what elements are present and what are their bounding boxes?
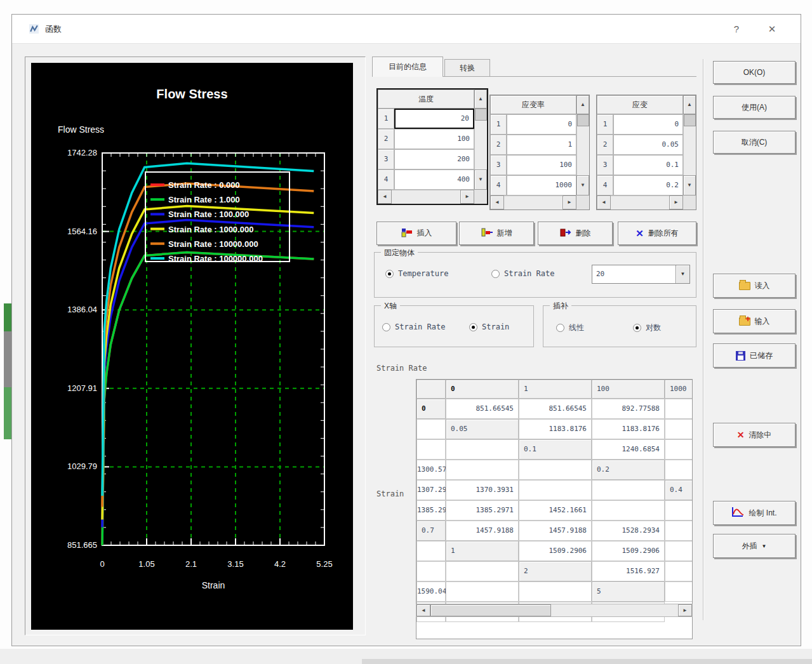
flow-stress-matrix[interactable]: 0110010000851.66545851.66545892.775880.0… xyxy=(416,379,693,639)
matrix-cell[interactable]: 1307.2996 xyxy=(665,460,693,480)
matrix-cell[interactable]: 1240.9611 xyxy=(665,419,693,439)
extrapolate-button[interactable]: 外插 ▼ xyxy=(713,534,795,558)
cell-value[interactable]: 0.05 xyxy=(613,135,683,155)
load-button[interactable]: 读入 xyxy=(713,274,795,298)
matrix-cell[interactable] xyxy=(416,561,446,581)
scroll-left-icon[interactable]: ◄ xyxy=(416,604,430,616)
matrix-cell[interactable] xyxy=(665,500,693,521)
scroll-track[interactable] xyxy=(392,190,460,204)
scroll-left-icon[interactable]: ◄ xyxy=(378,190,392,204)
scroll-down-icon[interactable]: ▼ xyxy=(683,175,696,196)
matrix-cell[interactable] xyxy=(446,460,519,480)
radio-linear-circle[interactable] xyxy=(556,324,564,332)
fixed-value-dropdown[interactable]: 20 ▼ xyxy=(592,265,690,284)
scroll-track[interactable] xyxy=(576,155,589,175)
cell-value[interactable]: 400 xyxy=(394,169,474,190)
radio-xaxis-strain-circle[interactable] xyxy=(469,323,477,331)
scroll-up-icon[interactable]: ▲ xyxy=(683,95,696,114)
matrix-cell[interactable] xyxy=(519,460,592,480)
radio-xaxis-strain-rate[interactable]: Strain Rate xyxy=(382,322,445,331)
radio-temperature-circle[interactable] xyxy=(385,270,394,278)
radio-log[interactable]: 对数 xyxy=(633,322,661,333)
matrix-col-header[interactable]: 1 xyxy=(519,380,592,399)
close-button[interactable]: ✕ xyxy=(762,20,782,39)
matrix-hscrollbar[interactable]: ◄ ► xyxy=(416,604,693,617)
matrix-cell[interactable] xyxy=(416,419,446,439)
matrix-cell[interactable]: 1501.6588 xyxy=(665,581,693,602)
matrix-cell[interactable]: 1300.5739 xyxy=(416,460,446,480)
radio-linear[interactable]: 线性 xyxy=(556,322,584,333)
scroll-down-icon[interactable]: ▼ xyxy=(474,169,487,190)
matrix-cell[interactable]: 1509.2906 xyxy=(592,541,665,561)
matrix-col-header[interactable]: 100 xyxy=(592,380,665,399)
matrix-cell[interactable] xyxy=(592,500,665,521)
radio-strain-rate-circle[interactable] xyxy=(491,270,500,278)
matrix-cell[interactable] xyxy=(592,480,665,500)
scroll-right-icon[interactable]: ► xyxy=(562,196,576,209)
apply-button[interactable]: 使用(A) xyxy=(713,96,795,119)
matrix-cell[interactable] xyxy=(416,541,446,561)
matrix-cell[interactable]: 1452.1661 xyxy=(519,500,592,521)
titlebar[interactable]: 函数 ? ✕ xyxy=(12,15,801,44)
matrix-cell[interactable]: 1240.6854 xyxy=(592,439,665,460)
cell-value[interactable]: 100 xyxy=(394,129,474,149)
matrix-row-header[interactable]: 0 xyxy=(416,399,446,419)
scroll-down-icon[interactable]: ▼ xyxy=(576,175,589,196)
cell-value[interactable]: 0 xyxy=(507,114,576,135)
matrix-col-header[interactable]: 0 xyxy=(446,380,519,399)
scroll-track[interactable] xyxy=(611,196,669,209)
scroll-left-icon[interactable]: ◄ xyxy=(490,196,504,209)
matrix-cell[interactable] xyxy=(519,581,592,602)
temperature-table[interactable]: 温度▲120210032004400▼◄► xyxy=(376,88,488,205)
tab-convert[interactable]: 转换 xyxy=(444,59,490,77)
cell-value[interactable]: 0 xyxy=(613,114,683,135)
scroll-thumb[interactable] xyxy=(430,604,551,616)
saved-button[interactable]: 已储存 xyxy=(713,343,795,368)
delete-all-button[interactable]: ✕ 删除所有 xyxy=(618,222,696,245)
matrix-cell[interactable]: 1590.0451 xyxy=(416,581,446,602)
matrix-cell[interactable] xyxy=(446,581,519,602)
radio-xaxis-strain-rate-circle[interactable] xyxy=(382,323,390,331)
cell-value[interactable]: 1000 xyxy=(507,175,576,196)
cell-value[interactable]: 200 xyxy=(394,149,474,169)
matrix-cell[interactable] xyxy=(519,480,592,500)
scroll-thumb[interactable] xyxy=(577,114,589,126)
matrix-cell[interactable]: 851.66545 xyxy=(519,399,592,419)
matrix-cell[interactable]: 1183.8176 xyxy=(519,419,592,439)
radio-log-circle[interactable] xyxy=(633,324,641,332)
radio-temperature[interactable]: Temperature xyxy=(385,269,448,278)
plot-int-button[interactable]: 绘制 Int. xyxy=(713,501,795,525)
scroll-right-icon[interactable]: ► xyxy=(460,190,474,204)
matrix-row-header[interactable]: 1 xyxy=(446,541,519,561)
tab-current-info[interactable]: 目前的信息 xyxy=(372,56,443,77)
cell-value[interactable]: 20 xyxy=(394,109,474,129)
matrix-row-header[interactable]: 0.2 xyxy=(592,460,665,480)
cell-value[interactable]: 1 xyxy=(507,135,576,155)
scroll-thumb[interactable] xyxy=(684,114,696,126)
scroll-track[interactable] xyxy=(474,149,487,169)
cell-value[interactable]: 100 xyxy=(507,155,576,175)
matrix-cell[interactable] xyxy=(446,439,519,460)
matrix-cell[interactable]: 1582.1344 xyxy=(665,541,693,561)
help-button[interactable]: ? xyxy=(727,20,746,39)
matrix-col-header[interactable]: 1000 xyxy=(665,380,693,399)
matrix-cell[interactable]: 1457.9188 xyxy=(446,521,519,541)
matrix-cell[interactable]: 1509.2906 xyxy=(519,541,592,561)
matrix-cell[interactable]: 1516.927 xyxy=(665,561,693,581)
matrix-cell[interactable] xyxy=(665,399,693,419)
scroll-track[interactable] xyxy=(683,114,696,135)
append-button[interactable]: 新增 xyxy=(459,222,534,245)
matrix-cell[interactable]: 1370.3931 xyxy=(446,480,519,500)
scroll-left-icon[interactable]: ◄ xyxy=(597,196,611,209)
ok-button[interactable]: OK(O) xyxy=(713,61,795,84)
matrix-cell[interactable]: 1528.2934 xyxy=(592,521,665,541)
matrix-row-header[interactable]: 0.4 xyxy=(665,480,693,500)
matrix-row-header[interactable]: 5 xyxy=(592,581,665,602)
cell-value[interactable]: 0.2 xyxy=(613,175,683,196)
strain-table[interactable]: 应变▲1020.0530.140.2▼◄► xyxy=(596,95,696,210)
matrix-cell[interactable]: 1385.2971 xyxy=(416,500,446,521)
matrix-cell[interactable]: 1183.8176 xyxy=(592,419,665,439)
scroll-up-icon[interactable]: ▲ xyxy=(576,95,589,114)
matrix-row-header[interactable]: 0.1 xyxy=(519,439,592,460)
scroll-track[interactable] xyxy=(576,135,589,155)
